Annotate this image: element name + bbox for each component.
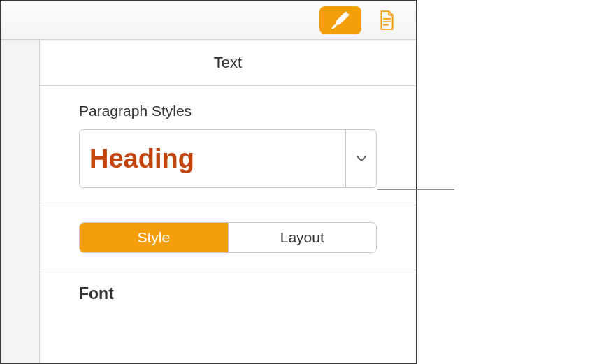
panel-title: Text <box>40 40 416 86</box>
tab-layout[interactable]: Layout <box>228 223 377 252</box>
content-body: Text Paragraph Styles Heading Style Layo… <box>1 40 416 363</box>
paragraph-style-dropdown[interactable]: Heading <box>79 129 377 188</box>
inspector-panel: Text Paragraph Styles Heading Style Layo… <box>0 0 417 364</box>
dropdown-arrow[interactable] <box>345 130 376 187</box>
brush-icon <box>330 10 351 31</box>
left-gutter <box>1 40 40 363</box>
chevron-down-icon <box>356 155 367 162</box>
format-button[interactable] <box>319 6 361 34</box>
document-button[interactable] <box>366 6 408 34</box>
paragraph-styles-section: Paragraph Styles Heading <box>40 86 416 205</box>
font-section: Font <box>40 270 416 303</box>
callout-line <box>377 189 454 190</box>
style-layout-tabs: Style Layout <box>79 222 377 253</box>
paragraph-styles-label: Paragraph Styles <box>79 103 377 119</box>
tabs-section: Style Layout <box>40 205 416 270</box>
font-label: Font <box>79 284 377 303</box>
paragraph-style-value: Heading <box>80 130 345 187</box>
main-panel: Text Paragraph Styles Heading Style Layo… <box>40 40 416 363</box>
document-icon <box>377 10 396 31</box>
toolbar <box>1 1 416 40</box>
tab-style[interactable]: Style <box>80 223 228 252</box>
